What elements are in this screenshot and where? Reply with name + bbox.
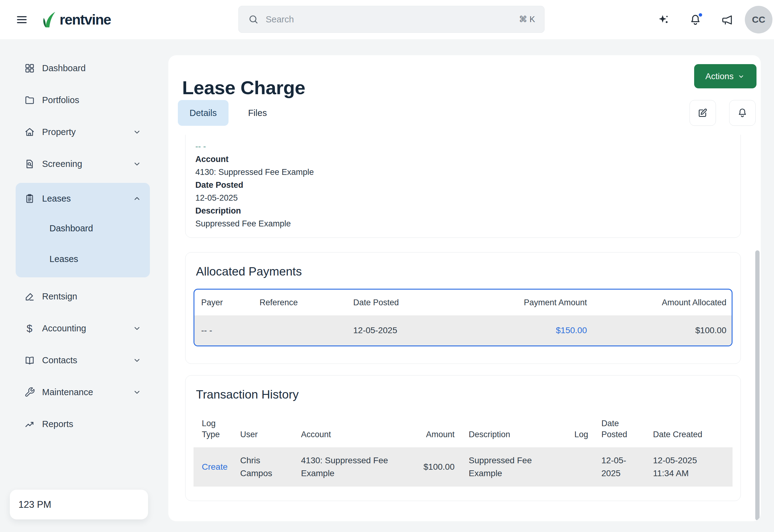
date-created-cell: 12-05-2025 11:34 AM — [647, 454, 733, 480]
table-row[interactable]: -- - 12-05-2025 $150.00 $100.00 — [195, 315, 732, 345]
transaction-history-section: Transaction History Log Type User Accoun… — [185, 375, 741, 501]
column-header: Amount Allocated — [587, 290, 733, 315]
account-cell: 4130: Suppressed Fee Example — [292, 454, 408, 480]
screening-icon — [24, 158, 35, 170]
accounting-icon: $ — [24, 322, 35, 334]
sidebar-item-label: Reports — [42, 419, 73, 429]
property-icon — [24, 126, 35, 138]
sidebar: Dashboard Portfolios Property Screening … — [0, 39, 168, 532]
sidebar-item-maintenance[interactable]: Maintenance — [16, 379, 150, 405]
sidebar-item-portfolios[interactable]: Portfolios — [16, 87, 150, 113]
payment-amount-link[interactable]: $150.00 — [556, 326, 587, 335]
sidebar-item-leases[interactable]: Leases — [16, 184, 150, 213]
search-shortcut: ⌘ K — [519, 14, 535, 24]
sidebar-item-property[interactable]: Property — [16, 119, 150, 145]
sidebar-item-label: Property — [42, 127, 76, 137]
sidebar-subitem-leases-leases[interactable]: Leases — [16, 244, 150, 274]
table-header-row: Payer Reference Date Posted Payment Amou… — [195, 290, 732, 315]
tab-details[interactable]: Details — [178, 100, 229, 126]
field-value: 4130: Suppressed Fee Example — [196, 166, 731, 179]
scrollbar[interactable] — [755, 250, 760, 520]
sidebar-subitem-leases-dashboard[interactable]: Dashboard — [16, 213, 150, 244]
chevron-down-icon — [132, 127, 142, 137]
column-header: Log Type — [193, 418, 237, 440]
date-posted-cell: 12-05-2025 — [353, 315, 485, 345]
log-type-link[interactable]: Create — [202, 462, 228, 472]
maintenance-icon — [24, 386, 35, 398]
field-label: Account — [196, 153, 731, 166]
amount-cell: $100.00 — [408, 461, 455, 473]
tab-bar: Details Files — [178, 100, 269, 126]
reports-icon — [24, 418, 35, 430]
topbar: rentvine ⌘ K CC — [0, 0, 774, 39]
column-header: Date Posted — [353, 290, 485, 315]
section-title: Transaction History — [196, 388, 733, 401]
column-header: Date Posted — [596, 418, 647, 440]
transaction-history-table: Log Type User Account Amount Description… — [193, 412, 733, 487]
sidebar-item-screening[interactable]: Screening — [16, 151, 150, 177]
column-header: Log — [550, 429, 596, 440]
sidebar-item-contacts[interactable]: Contacts — [16, 347, 150, 373]
scroll-area: -- - Account 4130: Suppressed Fee Exampl… — [168, 135, 750, 519]
global-search[interactable]: ⌘ K — [238, 6, 544, 33]
date-posted-cell: 12-05-2025 — [596, 454, 647, 480]
payer-link[interactable]: -- - — [196, 140, 731, 153]
chevron-down-icon — [737, 72, 745, 80]
leases-icon — [24, 193, 35, 204]
portfolios-icon — [24, 94, 35, 106]
actions-button-label: Actions — [706, 71, 734, 81]
avatar[interactable]: CC — [745, 6, 772, 33]
rentvine-logo[interactable]: rentvine — [42, 7, 111, 33]
clock-text: 123 PM — [18, 499, 51, 510]
announcements-icon[interactable] — [721, 13, 734, 26]
allocated-payments-table: Payer Reference Date Posted Payment Amou… — [193, 289, 733, 346]
sidebar-item-label: Accounting — [42, 323, 86, 333]
sidebar-item-label: Rentsign — [42, 291, 77, 302]
column-header: User — [237, 429, 292, 440]
column-header: Amount — [408, 429, 455, 440]
field-value: Suppressed Fee Example — [196, 217, 731, 230]
sidebar-item-reports[interactable]: Reports — [16, 411, 150, 437]
page-title: Lease Charge — [182, 77, 305, 98]
section-title: Allocated Payments — [196, 265, 733, 278]
charge-details-section: -- - Account 4130: Suppressed Fee Exampl… — [185, 135, 741, 238]
sidebar-item-dashboard[interactable]: Dashboard — [16, 55, 150, 81]
subscribe-bell-button[interactable] — [729, 100, 756, 126]
search-icon — [248, 14, 259, 25]
contacts-icon — [24, 354, 35, 366]
chevron-down-icon — [132, 355, 142, 365]
column-header: Date Created — [647, 429, 733, 440]
field-value: 12-05-2025 — [196, 191, 731, 204]
chevron-down-icon — [132, 387, 142, 397]
sidebar-item-accounting[interactable]: $ Accounting — [16, 315, 150, 341]
table-row[interactable]: Create Chris Campos 4130: Suppressed Fee… — [193, 447, 733, 487]
edit-button[interactable] — [690, 100, 716, 126]
tab-files[interactable]: Files — [246, 100, 269, 126]
sidebar-item-label: Contacts — [42, 355, 77, 365]
ai-sparkle-icon[interactable] — [657, 13, 670, 26]
rentvine-leaf-icon — [42, 11, 56, 28]
sidebar-item-rentsign[interactable]: Rentsign — [16, 283, 150, 309]
bell-icon — [737, 107, 748, 118]
chevron-down-icon — [132, 323, 142, 333]
amount-allocated-cell: $100.00 — [587, 315, 733, 345]
search-input[interactable] — [265, 14, 513, 25]
column-header: Payment Amount — [485, 290, 587, 315]
brand-name: rentvine — [60, 11, 111, 28]
actions-button[interactable]: Actions — [694, 64, 757, 88]
sidebar-item-label: Portfolios — [42, 95, 79, 105]
notifications-bell-icon[interactable] — [689, 13, 702, 26]
sidebar-item-label: Maintenance — [42, 387, 93, 397]
hamburger-menu-icon[interactable] — [15, 13, 29, 26]
sidebar-item-label: Leases — [42, 194, 71, 204]
table-header-row: Log Type User Account Amount Description… — [193, 412, 733, 447]
column-header: Account — [292, 429, 408, 440]
user-cell: Chris Campos — [237, 454, 292, 480]
payer-cell: -- - — [195, 315, 260, 345]
notification-dot — [698, 12, 703, 17]
clock-toast: 123 PM — [10, 490, 148, 519]
description-cell: Suppressed Fee Example — [455, 454, 550, 480]
edit-icon — [697, 107, 708, 118]
sidebar-group-leases: Leases Dashboard Leases — [16, 183, 150, 277]
sidebar-item-label: Dashboard — [42, 63, 86, 73]
